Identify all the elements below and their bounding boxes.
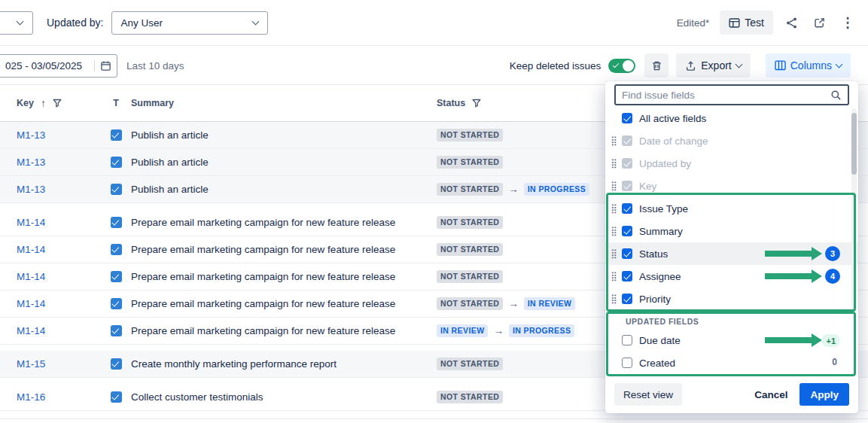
field-checkbox[interactable]: [622, 358, 632, 368]
field-checkbox[interactable]: [622, 113, 632, 123]
columns-button[interactable]: Columns: [766, 53, 851, 78]
chevron-down-icon: [836, 61, 843, 68]
sort-ascending-icon[interactable]: ↑: [41, 97, 46, 109]
field-checkbox[interactable]: [622, 335, 632, 345]
column-header-type: T: [101, 98, 131, 108]
keep-deleted-label: Keep deleted issues: [510, 60, 602, 72]
status-transition-arrow: →: [508, 298, 519, 309]
table-icon: [729, 17, 740, 29]
find-fields-searchbox[interactable]: [614, 84, 849, 105]
field-row-key[interactable]: ⣿Key: [605, 175, 858, 197]
field-row-updated-by[interactable]: ⣿Updated by: [605, 152, 858, 175]
search-input[interactable]: [622, 90, 826, 101]
drag-handle-icon[interactable]: ⣿: [611, 272, 617, 281]
issue-summary: Create monthly marketing performance rep…: [131, 358, 437, 370]
status-badge: NOT STARTED: [437, 243, 503, 257]
more-menu-button[interactable]: ⋮: [838, 13, 857, 32]
issue-summary: Prepare email marketing campaign for new…: [131, 217, 437, 228]
field-row-date-of-change[interactable]: ⣿Date of change: [605, 129, 858, 152]
issue-summary: Prepare email marketing campaign for new…: [131, 325, 437, 336]
cancel-button[interactable]: Cancel: [754, 389, 787, 400]
field-label: Status: [639, 248, 668, 260]
updated-by-select[interactable]: Any User: [111, 11, 268, 35]
calendar-icon: [100, 60, 111, 72]
issue-key-link[interactable]: M1-15: [17, 358, 45, 370]
field-checkbox[interactable]: [622, 248, 632, 259]
field-label: Issue Type: [639, 203, 688, 215]
status-header-label: Status: [437, 98, 465, 108]
share-button[interactable]: [782, 14, 801, 32]
date-range-input[interactable]: 025 - 03/05/2025: [0, 54, 117, 78]
issue-key-link[interactable]: M1-13: [17, 157, 45, 168]
drag-handle-icon[interactable]: ⣿: [611, 181, 617, 190]
keep-deleted-toggle[interactable]: [608, 59, 635, 73]
issue-key-link[interactable]: M1-14: [17, 298, 45, 309]
apply-button[interactable]: Apply: [799, 383, 849, 406]
status-badge: IN REVIEW: [437, 324, 488, 338]
trash-icon: [651, 60, 662, 72]
issue-key-link[interactable]: M1-13: [17, 184, 45, 195]
field-row-created[interactable]: Created0: [605, 351, 858, 374]
drag-handle-icon[interactable]: ⣿: [611, 294, 617, 303]
drag-handle-icon[interactable]: ⣿: [611, 136, 617, 145]
task-type-icon: [111, 391, 122, 403]
chevron-down-icon: [735, 61, 742, 68]
status-badge: IN PROGRESS: [524, 183, 589, 196]
issue-key-link[interactable]: M1-14: [17, 217, 45, 228]
issue-key-link[interactable]: M1-14: [17, 325, 45, 336]
task-type-icon: [111, 129, 122, 141]
export-button[interactable]: Export: [676, 53, 750, 78]
task-type-icon: [111, 358, 122, 370]
issue-summary: Prepare email marketing campaign for new…: [131, 271, 437, 282]
view-name-button[interactable]: Test: [720, 11, 773, 35]
issue-summary: Collect customer testimonials: [131, 391, 437, 403]
column-header-key[interactable]: Key ↑: [17, 97, 101, 109]
calendar-button[interactable]: [94, 60, 111, 72]
field-row-issue-type[interactable]: ⣿Issue Type: [605, 197, 858, 220]
drag-handle-icon[interactable]: ⣿: [611, 227, 617, 236]
open-in-new-button[interactable]: [810, 14, 829, 32]
popup-footer: Reset view Cancel Apply: [614, 383, 849, 406]
delete-button[interactable]: [644, 53, 669, 78]
drag-handle-icon[interactable]: ⣿: [611, 204, 617, 213]
issue-key-link[interactable]: M1-13: [17, 129, 45, 141]
status-badge: NOT STARTED: [437, 129, 503, 142]
status-transition-arrow: →: [508, 184, 519, 195]
field-row-all-active-fields[interactable]: All active fields: [605, 107, 858, 129]
task-type-icon: [111, 271, 122, 282]
filter-icon[interactable]: [472, 99, 481, 108]
annotation-arrow: [765, 269, 822, 283]
field-label: All active fields: [639, 113, 706, 124]
annotation-arrow: [765, 333, 822, 347]
drag-handle-icon[interactable]: ⣿: [611, 159, 617, 168]
status-badge: NOT STARTED: [437, 297, 503, 311]
field-label: Updated by: [639, 158, 691, 169]
filter-icon[interactable]: [53, 99, 62, 108]
drag-handle-icon[interactable]: ⣿: [611, 249, 617, 258]
field-row-due-date[interactable]: Due date+1: [605, 329, 858, 351]
column-header-summary: Summary: [131, 98, 437, 108]
edited-label: Edited*: [677, 17, 710, 29]
field-count-badge: 3: [825, 246, 840, 261]
field-checkbox[interactable]: [622, 203, 632, 214]
field-row-status[interactable]: ⣿Status3: [605, 242, 858, 265]
app-window: Updated by: Any User Edited* Test ⋮ 025 …: [0, 0, 868, 423]
popup-scrollbar-thumb[interactable]: [851, 113, 857, 175]
reset-view-button[interactable]: Reset view: [614, 383, 682, 406]
field-checkbox[interactable]: [622, 294, 632, 304]
issue-key-link[interactable]: M1-14: [17, 271, 45, 282]
status-badge: NOT STARTED: [437, 270, 503, 284]
issue-key-link[interactable]: M1-16: [17, 391, 45, 403]
field-label: Key: [639, 181, 656, 192]
issue-key-link[interactable]: M1-14: [17, 244, 45, 255]
chevron-down-icon: [17, 18, 24, 26]
export-label: Export: [701, 59, 731, 72]
field-label: Due date: [639, 335, 681, 346]
field-row-priority[interactable]: ⣿Priority: [605, 288, 858, 310]
cropped-dropdown[interactable]: [0, 11, 33, 35]
field-checkbox[interactable]: [622, 226, 632, 236]
search-icon: [830, 90, 842, 101]
field-checkbox[interactable]: [622, 271, 632, 281]
field-row-assignee[interactable]: ⣿Assignee4: [605, 265, 858, 288]
field-row-summary[interactable]: ⣿Summary: [605, 220, 858, 242]
